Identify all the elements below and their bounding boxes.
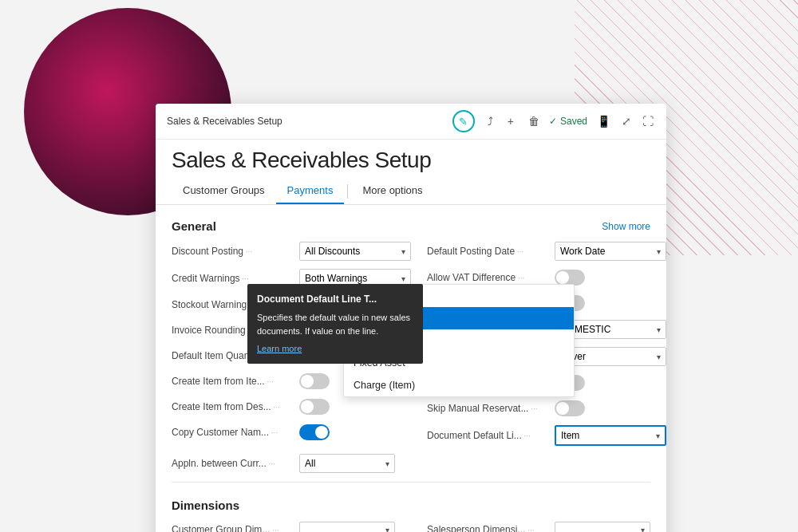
topbar: Sales & Receivables Setup ✎ ⤴ + 🗑 ✓ Save… [156,104,666,140]
chevron-down-icon: ▾ [641,526,645,533]
checkmark-icon: ✓ [549,116,557,127]
tab-divider [347,184,348,199]
general-section-title: General [172,219,216,233]
dimensions-section: Dimensions Customer Group Dim... ▾ Sales… [172,487,650,532]
salesperson-dimensi-row: Salesperson Dimensi... ▾ [427,517,650,532]
tab-more-options[interactable]: More options [351,178,433,204]
skip-manual-reservat-row: Skip Manual Reservat... [427,396,666,421]
default-posting-date-row: Default Posting Date Work Date ▾ [427,238,666,265]
chevron-down-icon: ▾ [385,459,389,468]
chevron-down-icon: ▾ [657,325,661,334]
create-item-from-des-row: Create Item from Des... [172,394,411,420]
share-button[interactable]: ⤴ [486,113,495,129]
default-posting-date-label: Default Posting Date [427,246,555,257]
general-section-header: General Show more [172,213,650,238]
discount-posting-label: Discount Posting [172,246,299,257]
skip-manual-reservat-toggle[interactable] [555,400,585,416]
document-default-li-row: Document Default Li... Item ▾ [427,421,666,450]
salesperson-dimensi-label: Salesperson Dimensi... [427,524,555,532]
appln-between-curr-label: Appln. between Curr... [172,458,299,469]
dimensions-left-column: Customer Group Dim... ▾ [172,517,411,532]
chevron-down-icon: ▾ [656,432,660,440]
credit-warnings-label: Credit Warnings [172,273,299,284]
tooltip-text: Specifies the default value in new sales… [257,311,413,337]
dimensions-section-header: Dimensions [172,492,650,517]
tooltip-title: Document Default Line T... [257,292,413,306]
appln-between-curr-row: Appln. between Curr... All ▾ [172,450,650,477]
appln-between-curr-select[interactable]: All ▾ [299,454,395,473]
tabs: Customer Groups Payments More options [156,178,666,205]
document-default-li-control: Item ▾ [555,425,666,446]
expand-button-2[interactable]: ⛶ [641,113,655,129]
learn-more-link[interactable]: Learn more [257,342,413,356]
chevron-down-icon: ▾ [401,274,405,283]
window-controls: 📱 ⤢ ⛶ [595,113,655,129]
copy-customer-nam-row: Copy Customer Nam... [172,420,411,445]
copy-customer-nam-toggle[interactable] [299,424,330,440]
dimensions-form-grid: Customer Group Dim... ▾ Salesperson Dime… [172,517,650,532]
phone-icon: 📱 [597,115,610,128]
dimensions-right-column: Salesperson Dimensi... ▾ [411,517,650,532]
chevron-down-icon: ▾ [401,247,405,256]
expand-icon-2: ⛶ [642,115,654,128]
default-posting-date-control: Work Date ▾ [555,242,666,261]
edit-icon: ✎ [459,116,468,128]
topbar-icons: ✎ ⤴ + 🗑 [452,110,541,132]
topbar-title: Sales & Receivables Setup [167,116,444,127]
expand-icon-1: ⤢ [622,115,631,128]
expand-button-1[interactable]: ⤢ [620,113,633,129]
salesperson-dimensi-select[interactable]: ▾ [555,522,650,533]
discount-posting-row: Discount Posting All Discounts ▾ [172,238,411,265]
plus-icon: + [508,115,514,128]
tab-payments[interactable]: Payments [276,178,345,204]
customer-group-dim-label: Customer Group Dim... [172,524,299,532]
edit-button[interactable]: ✎ [452,110,475,132]
tab-customer-groups[interactable]: Customer Groups [172,178,276,204]
page-title: Sales & Receivables Setup [172,148,650,173]
discount-posting-select[interactable]: All Discounts ▾ [299,242,411,261]
dimensions-section-title: Dimensions [172,499,239,512]
saved-status: ✓ Saved [549,116,587,127]
mobile-view-button[interactable]: 📱 [595,113,612,129]
tooltip-box: Document Default Line T... Specifies the… [247,284,423,364]
customer-group-dim-row: Customer Group Dim... ▾ [172,517,411,532]
create-item-from-ite-toggle[interactable] [299,373,330,389]
chevron-down-icon: ▾ [657,353,661,361]
show-more-link[interactable]: Show more [602,221,650,232]
share-icon: ⤴ [488,115,493,128]
document-default-li-label: Document Default Li... [427,430,555,441]
dropdown-item-charge-item[interactable]: Charge (Item) [344,374,574,396]
allow-vat-difference-label: Allow VAT Difference [427,272,555,283]
discount-posting-control: All Discounts ▾ [299,242,411,261]
trash-icon: 🗑 [528,115,539,128]
skip-manual-reservat-label: Skip Manual Reservat... [427,403,555,414]
default-posting-date-select[interactable]: Work Date ▾ [555,242,666,261]
allow-vat-difference-toggle[interactable] [555,270,585,286]
document-default-li-select[interactable]: Item ▾ [555,425,666,446]
copy-customer-nam-label: Copy Customer Nam... [172,427,299,438]
delete-button[interactable]: 🗑 [527,113,541,129]
add-button[interactable]: + [506,113,516,129]
page-title-area: Sales & Receivables Setup [156,140,666,178]
create-item-from-des-toggle[interactable] [299,399,330,415]
create-item-from-des-label: Create Item from Des... [172,401,299,412]
chevron-down-icon: ▾ [657,247,661,256]
separator [172,482,650,483]
create-item-from-ite-label: Create Item from Ite... [172,376,299,387]
chevron-down-icon: ▾ [385,526,389,533]
customer-group-dim-select[interactable]: ▾ [299,522,395,533]
